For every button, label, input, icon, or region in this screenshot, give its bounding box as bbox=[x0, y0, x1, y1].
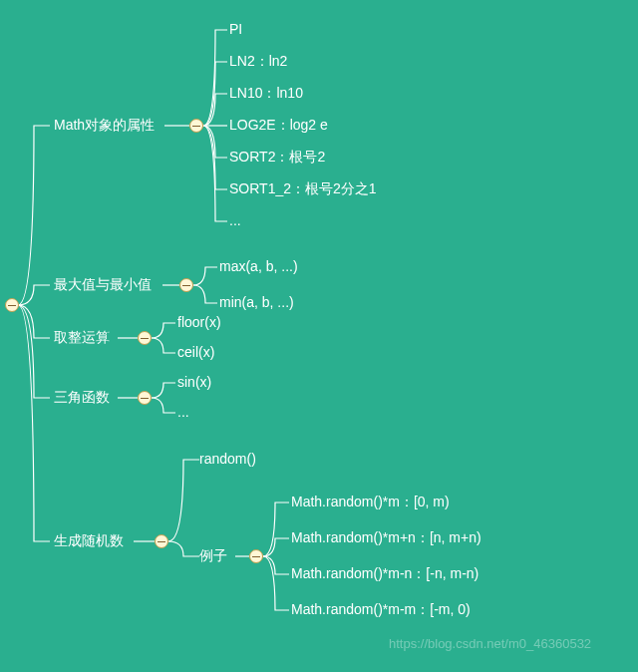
leaf-random-fn: random() bbox=[199, 451, 256, 467]
branch-maxmin-toggle[interactable] bbox=[179, 278, 193, 292]
leaf-math-props-more: ... bbox=[229, 212, 241, 228]
branch-rounding-label: 取整运算 bbox=[54, 329, 110, 347]
leaf-max: max(a, b, ...) bbox=[219, 258, 298, 274]
leaf-sort1-2: SORT1_2：根号2分之1 bbox=[229, 180, 377, 198]
leaf-trig-more: ... bbox=[177, 404, 189, 420]
branch-trig-label: 三角函数 bbox=[54, 389, 110, 407]
leaf-ex1: Math.random()*m：[0, m) bbox=[291, 494, 450, 511]
leaf-ex4: Math.random()*m-m：[-m, 0) bbox=[291, 601, 471, 619]
leaf-sin: sin(x) bbox=[177, 374, 211, 390]
leaf-pi: PI bbox=[229, 21, 242, 37]
branch-examples-toggle[interactable] bbox=[249, 549, 263, 563]
leaf-ln2: LN2：ln2 bbox=[229, 53, 287, 71]
branch-rounding-toggle[interactable] bbox=[138, 331, 152, 345]
leaf-sort2: SORT2：根号2 bbox=[229, 149, 325, 167]
branch-math-props-label: Math对象的属性 bbox=[54, 117, 155, 135]
watermark-text: https://blog.csdn.net/m0_46360532 bbox=[389, 636, 591, 651]
branch-random-toggle[interactable] bbox=[155, 534, 168, 548]
branch-trig-toggle[interactable] bbox=[138, 391, 152, 405]
leaf-floor: floor(x) bbox=[177, 314, 221, 330]
branch-random-label: 生成随机数 bbox=[54, 532, 124, 550]
leaf-log2e: LOG2E：log2 e bbox=[229, 117, 328, 135]
root-toggle[interactable] bbox=[5, 298, 19, 312]
leaf-min: min(a, b, ...) bbox=[219, 294, 294, 310]
branch-examples-label: 例子 bbox=[199, 547, 227, 565]
leaf-ex2: Math.random()*m+n：[n, m+n) bbox=[291, 529, 481, 547]
branch-math-props-toggle[interactable] bbox=[189, 119, 203, 133]
leaf-ln10: LN10：ln10 bbox=[229, 85, 303, 103]
leaf-ex3: Math.random()*m-n：[-n, m-n) bbox=[291, 565, 478, 583]
branch-maxmin-label: 最大值与最小值 bbox=[54, 276, 152, 294]
leaf-ceil: ceil(x) bbox=[177, 344, 214, 360]
